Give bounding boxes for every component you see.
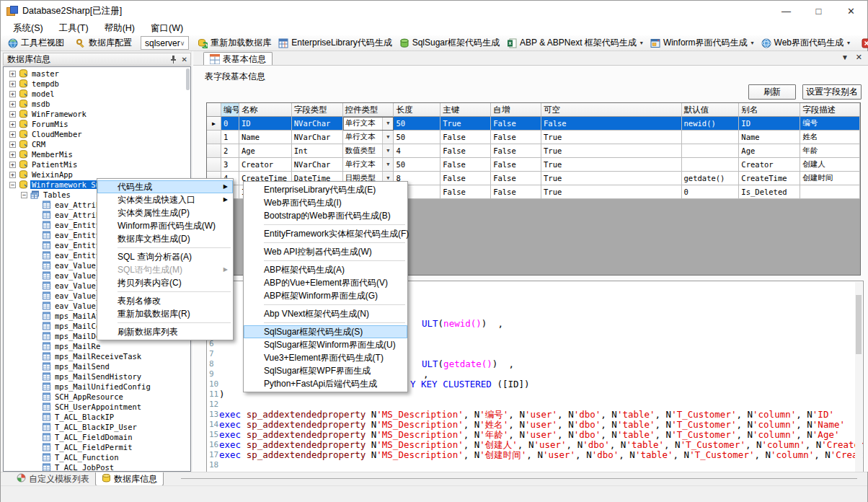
- grid-cell[interactable]: ID: [739, 117, 800, 131]
- tree-expand-icon[interactable]: +: [9, 172, 16, 178]
- grid-cell[interactable]: 50: [394, 158, 440, 172]
- grid-cell[interactable]: 0: [221, 117, 239, 131]
- tree-item-database[interactable]: +master: [4, 69, 190, 79]
- context-menu-item[interactable]: Winform界面代码生成(W): [97, 219, 233, 232]
- control-type-combo-cell[interactable]: 数值类型▼: [343, 144, 394, 158]
- table-row[interactable]: 2AgeInt数值类型▼4FalseFalseTrueAge年龄: [207, 144, 860, 158]
- grid-cell[interactable]: True: [541, 172, 682, 185]
- grid-cell[interactable]: 2: [221, 144, 239, 158]
- tree-expand-icon[interactable]: +: [9, 151, 16, 158]
- maximize-button[interactable]: □: [802, 1, 835, 21]
- grid-column-header[interactable]: 名称: [239, 103, 292, 117]
- tree-item-database[interactable]: +MemberMis: [4, 149, 190, 159]
- grid-cell[interactable]: 50: [394, 131, 440, 144]
- close-button[interactable]: ✕: [835, 1, 867, 21]
- submenu-item[interactable]: Abp VNext框架代码生成(N): [244, 307, 407, 320]
- submenu-item[interactable]: ABP的Vue+Element界面代码(V): [244, 276, 407, 289]
- table-row[interactable]: 1NameNVarChar单行文本▼50FalseFalseTrueName姓名: [207, 131, 860, 144]
- submenu-item[interactable]: Web界面代码生成(I): [244, 196, 407, 209]
- tree-item-database[interactable]: +tempdb: [4, 79, 190, 89]
- row-header-cell[interactable]: [207, 144, 221, 158]
- tree-expand-icon[interactable]: +: [9, 162, 16, 168]
- grid-column-header[interactable]: 控件类型: [343, 103, 394, 117]
- grid-cell[interactable]: 50: [394, 117, 440, 131]
- grid-cell[interactable]: False: [491, 117, 541, 131]
- grid-cell[interactable]: ID: [239, 117, 292, 131]
- row-header-cell[interactable]: [207, 158, 221, 172]
- minimize-button[interactable]: —: [770, 1, 802, 21]
- tree-item-database[interactable]: +WinFramework: [4, 109, 190, 119]
- tree-expand-icon[interactable]: +: [9, 121, 16, 128]
- grid-cell[interactable]: True: [541, 131, 682, 144]
- table-row[interactable]: 3CreatorNVarChar单行文本▼50FalseFalseTrueCre…: [207, 158, 860, 172]
- chevron-down-icon[interactable]: ▼: [382, 117, 393, 130]
- grid-cell[interactable]: 0: [682, 185, 740, 199]
- submenu-item[interactable]: Vue3+Element界面代码生成(T): [244, 351, 407, 364]
- grid-cell[interactable]: Age: [739, 144, 800, 158]
- submenu-item[interactable]: ABP框架Winform界面生成(G): [244, 289, 407, 302]
- context-menu-item[interactable]: 拷贝列表内容(C): [97, 276, 233, 289]
- menubar-item[interactable]: 帮助(H): [97, 21, 143, 35]
- grid-cell[interactable]: Int: [292, 144, 343, 158]
- grid-cell[interactable]: False: [541, 117, 682, 131]
- grid-cell[interactable]: 1: [221, 131, 239, 144]
- chevron-down-icon[interactable]: ▾: [640, 40, 643, 46]
- grid-cell[interactable]: NVarChar: [292, 117, 343, 131]
- tab-list-dropdown-icon[interactable]: ▼: [841, 53, 849, 61]
- grid-cell[interactable]: [682, 144, 740, 158]
- table-row[interactable]: ▶0IDNVarChar单行文本▼50TrueFalseFalsenewid()…: [207, 117, 860, 131]
- grid-cell[interactable]: NVarChar: [292, 131, 343, 144]
- tree-expand-icon[interactable]: +: [9, 111, 16, 118]
- grid-cell[interactable]: 创建时间: [800, 172, 860, 185]
- tree-expand-icon[interactable]: −: [9, 182, 16, 188]
- tree-item-database[interactable]: +msdb: [4, 99, 190, 109]
- grid-column-header[interactable]: 默认值: [682, 103, 740, 117]
- code-scrollbar-thumb[interactable]: [856, 295, 862, 354]
- connection-type-combo[interactable]: sqlserver∨: [141, 36, 189, 50]
- tree-item-database[interactable]: +CRM: [4, 139, 190, 149]
- grid-cell[interactable]: Creator: [739, 158, 800, 172]
- grid-column-header[interactable]: 字段描述: [800, 103, 860, 117]
- context-menu-item[interactable]: 实体类生成快速入口▶: [97, 193, 233, 206]
- grid-cell[interactable]: Name: [239, 131, 292, 144]
- tree-item-table[interactable]: mps_MailRe: [4, 341, 190, 351]
- row-header-cell[interactable]: [207, 131, 221, 144]
- tree-scrollbar[interactable]: [186, 69, 190, 90]
- grid-cell[interactable]: Is_Deleted: [739, 185, 800, 199]
- submenu-item[interactable]: Bootstrap的Web界面代码生成(B): [244, 209, 407, 222]
- toolbar-button[interactable]: 退出: [858, 36, 868, 50]
- grid-cell[interactable]: [800, 185, 860, 199]
- grid-column-header[interactable]: 编号: [221, 103, 239, 117]
- tree-expand-icon[interactable]: +: [9, 81, 16, 87]
- submenu-item[interactable]: SqlSugar框架代码生成(S): [244, 325, 407, 338]
- menubar-item[interactable]: 系统(S): [5, 21, 51, 35]
- grid-column-header[interactable]: 字段类型: [292, 103, 343, 117]
- grid-cell[interactable]: True: [440, 117, 491, 131]
- context-menu-item[interactable]: 代码生成▶: [97, 180, 233, 193]
- context-menu-item[interactable]: 表别名修改: [97, 294, 233, 307]
- grid-column-header[interactable]: 长度: [394, 103, 440, 117]
- grid-cell[interactable]: False: [440, 144, 491, 158]
- grid-cell[interactable]: False: [440, 185, 491, 199]
- submenu-item[interactable]: ABP框架代码生成(A): [244, 263, 407, 276]
- toolbar-button[interactable]: 数据库配置: [72, 36, 136, 50]
- tab-table-basic-info[interactable]: 表基本信息: [203, 52, 273, 66]
- set-field-alias-button[interactable]: 设置字段别名: [802, 84, 862, 100]
- chevron-down-icon[interactable]: ▼: [382, 144, 393, 157]
- chevron-down-icon[interactable]: ▾: [751, 40, 754, 46]
- grid-cell[interactable]: 4: [394, 144, 440, 158]
- toolbar-button[interactable]: SqlSugar框架代码生成: [396, 36, 503, 50]
- tree-item-table[interactable]: mps_MailUnifiedConfig: [4, 382, 190, 392]
- toolbar-button[interactable]: EnterpriseLibrary代码生成: [275, 36, 395, 50]
- tree-item-table[interactable]: T_ACL_Function: [4, 452, 190, 462]
- grid-cell[interactable]: 编号: [800, 117, 860, 131]
- submenu-item[interactable]: Python+FastApi后端代码生成: [244, 377, 407, 390]
- context-menu-item[interactable]: 数据库文档生成(D): [97, 232, 233, 245]
- context-menu-item[interactable]: 实体类属性生成(P): [97, 206, 233, 219]
- tree-item-database[interactable]: +model: [4, 89, 190, 99]
- dock-tab[interactable]: 数据库信息: [95, 472, 164, 486]
- toolbar-button[interactable]: ABP & ABPNext 框架代码生成▾: [503, 36, 647, 50]
- tree-item-table[interactable]: T_ACL_FieldPermit: [4, 442, 190, 452]
- tree-item-database[interactable]: +CloudMember: [4, 129, 190, 139]
- tree-item-table[interactable]: T_ACL_BlackIP: [4, 412, 190, 422]
